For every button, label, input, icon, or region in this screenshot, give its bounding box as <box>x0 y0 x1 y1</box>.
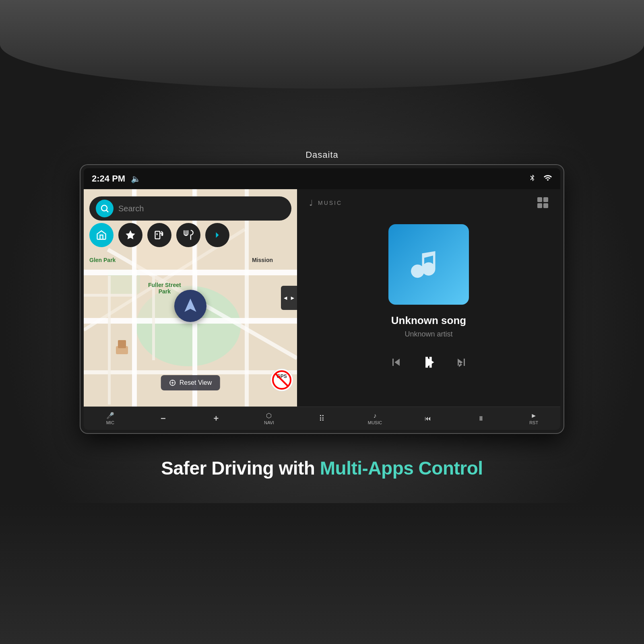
playback-controls <box>389 353 469 372</box>
tagline: Safer Driving with Multi-Apps Control <box>161 457 483 479</box>
glen-park-label: Glen Park <box>89 257 116 263</box>
nav-arrow <box>174 290 206 322</box>
bottom-btn-mic[interactable]: 🎤 MIC <box>94 412 126 425</box>
bottom-btn-navi[interactable]: ⬡ NAVI <box>253 412 285 425</box>
music-panel: ♩ MUSIC <box>297 189 560 407</box>
screen-content: Search <box>84 189 560 407</box>
play-pause-btn[interactable] <box>419 353 438 372</box>
qa-fuel-btn[interactable] <box>147 223 171 247</box>
fuller-park-label: Fuller Street Park <box>148 282 181 295</box>
tagline-prefix: Safer Driving with <box>161 458 320 479</box>
quick-actions <box>89 223 229 247</box>
status-left: 2:24 PM 🔈 <box>92 173 141 184</box>
bluetooth-icon <box>528 173 537 184</box>
map-panel: Search <box>84 189 297 407</box>
status-right <box>528 173 552 184</box>
svg-point-25 <box>172 382 173 384</box>
svg-line-21 <box>107 211 109 213</box>
bottom-btn-music[interactable]: ♪ MUSIC <box>359 412 391 425</box>
prev-track-btn[interactable] <box>389 355 403 369</box>
search-placeholder: Search <box>118 204 144 213</box>
song-title: Unknown song <box>391 314 466 327</box>
song-artist: Unknown artist <box>405 330 452 339</box>
bottom-btn-vol-up[interactable]: + <box>200 413 232 424</box>
screen-bezel: 2:24 PM 🔈 <box>80 165 564 433</box>
svg-rect-35 <box>429 357 432 368</box>
bottom-btn-rst[interactable]: ► RST <box>518 412 550 425</box>
next-track-btn[interactable] <box>454 355 469 369</box>
svg-point-20 <box>101 205 107 211</box>
time-display: 2:24 PM <box>92 173 125 184</box>
music-title-row: ♩ MUSIC <box>309 198 342 208</box>
music-section-label: MUSIC <box>318 200 342 206</box>
qa-more-btn[interactable] <box>205 223 229 247</box>
bottom-bar: 🎤 MIC − + ⬡ NAVI ⠿ <box>84 407 560 430</box>
reset-view-btn[interactable]: Reset View <box>161 375 220 390</box>
qa-favorites-btn[interactable] <box>118 223 142 247</box>
screen-assembly: Dasaita 2:24 PM 🔈 <box>80 165 564 433</box>
qa-home-btn[interactable] <box>89 223 114 247</box>
status-bar: 2:24 PM 🔈 <box>84 168 560 189</box>
bottom-btn-playpause[interactable]: ⏸ <box>465 415 497 422</box>
brand-label: Dasaita <box>305 150 339 160</box>
music-note-album-icon <box>407 242 451 287</box>
music-note-icon: ♩ <box>309 198 314 208</box>
main-wrapper: Dasaita 2:24 PM 🔈 <box>80 165 564 479</box>
volume-icon: 🔈 <box>131 174 141 184</box>
search-icon <box>100 204 109 213</box>
map-overlay: Search <box>84 189 297 407</box>
search-bar[interactable]: Search <box>89 196 291 221</box>
music-header: ♩ MUSIC <box>297 197 560 208</box>
bottom-btn-apps[interactable]: ⠿ <box>306 414 338 423</box>
search-icon-circle[interactable] <box>96 200 114 217</box>
svg-rect-34 <box>425 357 428 368</box>
reset-icon <box>169 379 176 386</box>
bottom-btn-prev[interactable]: ⏮ <box>412 415 444 422</box>
album-art <box>388 224 469 305</box>
side-toggle[interactable]: ◄ ► <box>281 286 297 310</box>
gps-badge: GPS <box>270 368 294 392</box>
bottom-btn-vol-down[interactable]: − <box>147 413 179 424</box>
mission-label: Mission <box>252 257 273 263</box>
qa-food-btn[interactable] <box>176 223 200 247</box>
tagline-accent: Multi-Apps Control <box>320 458 483 479</box>
screen-inner: 2:24 PM 🔈 <box>84 168 560 430</box>
wifi-icon <box>543 173 552 184</box>
reset-view-label: Reset View <box>180 379 212 386</box>
grid-view-icon[interactable] <box>537 197 548 208</box>
